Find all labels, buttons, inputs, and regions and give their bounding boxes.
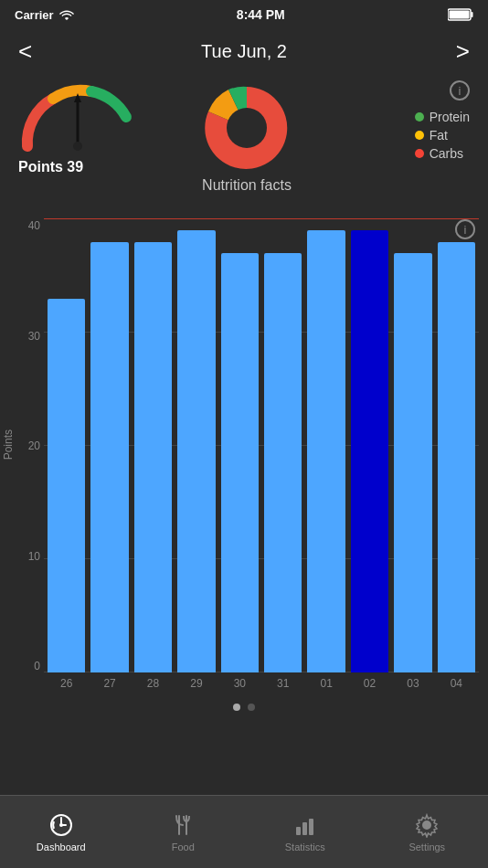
svg-point-4 <box>73 142 82 151</box>
carbs-dot <box>415 149 424 158</box>
y-label-20: 20 <box>28 439 40 452</box>
chart-section: i Points 40 30 20 10 0 <box>0 219 488 694</box>
bar-30[interactable] <box>221 219 259 672</box>
pie-widget: Nutrition facts <box>201 82 292 194</box>
gauge-container <box>18 82 137 155</box>
dot-2 <box>248 704 255 711</box>
gauge-label: Points 39 <box>18 159 83 175</box>
fat-label: Fat <box>430 128 448 143</box>
x-label-28: 28 <box>134 677 172 690</box>
y-label-40: 40 <box>28 219 40 232</box>
x-label-27: 27 <box>90 677 128 690</box>
x-label-02: 02 <box>351 677 388 690</box>
y-label-10: 10 <box>28 550 40 563</box>
gauge-value: 39 <box>67 159 83 175</box>
dot-1 <box>233 704 240 711</box>
status-bar: Carrier 8:44 PM <box>0 0 488 29</box>
protein-label: Protein <box>430 110 470 124</box>
svg-rect-14 <box>296 827 301 835</box>
y-axis-title: Points <box>2 429 15 460</box>
svg-rect-15 <box>302 822 307 835</box>
gauge-svg <box>18 82 137 155</box>
status-time: 8:44 PM <box>237 7 285 22</box>
y-label-30: 30 <box>28 330 40 343</box>
tab-dashboard[interactable]: Dashboard <box>0 796 122 868</box>
x-label-30: 30 <box>221 677 259 690</box>
food-icon <box>170 812 196 838</box>
chart-inner: 26272829303101020304 <box>44 219 479 694</box>
carrier-label: Carrier <box>15 8 74 22</box>
y-label-0: 0 <box>34 660 40 672</box>
next-button[interactable]: > <box>456 37 470 66</box>
nutrition-info-icon[interactable]: i <box>450 80 470 101</box>
x-label-01: 01 <box>307 677 345 690</box>
carbs-label: Carbs <box>430 146 463 161</box>
tab-food-label: Food <box>172 842 195 852</box>
bar-29[interactable] <box>177 219 215 672</box>
legend: Protein Fat Carbs <box>415 110 470 164</box>
wifi-icon <box>59 9 74 20</box>
legend-carbs: Carbs <box>415 146 470 161</box>
x-label-26: 26 <box>48 677 85 690</box>
statistics-icon <box>292 812 318 838</box>
bar-31[interactable] <box>264 219 302 672</box>
prev-button[interactable]: < <box>18 37 32 66</box>
tab-statistics[interactable]: Statistics <box>244 796 366 868</box>
legend-fat: Fat <box>415 128 470 143</box>
x-label-03: 03 <box>394 677 431 690</box>
bars-container <box>44 219 479 672</box>
svg-point-10 <box>59 823 63 827</box>
bar-04[interactable] <box>438 219 475 672</box>
nav-header: < Tue Jun, 2 > <box>0 29 488 73</box>
chart-area: Points 40 30 20 10 0 <box>9 219 479 694</box>
protein-dot <box>415 112 424 122</box>
bar-03[interactable] <box>394 219 431 672</box>
battery-icon <box>448 8 473 21</box>
x-label-31: 31 <box>264 677 302 690</box>
pagination <box>0 704 488 711</box>
widgets-row: i Points 39 <box>0 73 488 194</box>
x-label-04: 04 <box>438 677 475 690</box>
gauge-widget: Points 39 <box>18 82 164 175</box>
carrier-text: Carrier <box>15 8 54 22</box>
bar-26[interactable] <box>48 219 85 672</box>
bar-27[interactable] <box>90 219 128 672</box>
bar-01[interactable] <box>307 219 345 672</box>
dashboard-icon <box>48 812 74 838</box>
x-label-29: 29 <box>177 677 215 690</box>
bar-02[interactable] <box>351 219 388 672</box>
tab-bar: Dashboard Food Statistics <box>0 795 488 868</box>
svg-rect-2 <box>450 11 470 19</box>
bar-28[interactable] <box>134 219 172 672</box>
x-labels: 26272829303101020304 <box>44 672 479 694</box>
fat-dot <box>415 131 424 140</box>
nav-title: Tue Jun, 2 <box>201 41 287 62</box>
svg-rect-16 <box>309 819 313 835</box>
pie-label: Nutrition facts <box>202 177 292 194</box>
tab-statistics-label: Statistics <box>285 842 325 852</box>
settings-icon <box>414 812 440 838</box>
svg-rect-1 <box>472 12 473 17</box>
tab-settings-label: Settings <box>408 842 445 852</box>
tab-food[interactable]: Food <box>122 796 245 868</box>
legend-protein: Protein <box>415 110 470 124</box>
pie-container <box>201 82 292 174</box>
battery-area <box>448 8 473 21</box>
svg-point-17 <box>423 821 430 829</box>
svg-point-6 <box>227 108 267 148</box>
tab-dashboard-label: Dashboard <box>37 842 86 852</box>
pie-svg <box>201 82 292 174</box>
tab-settings[interactable]: Settings <box>366 796 489 868</box>
